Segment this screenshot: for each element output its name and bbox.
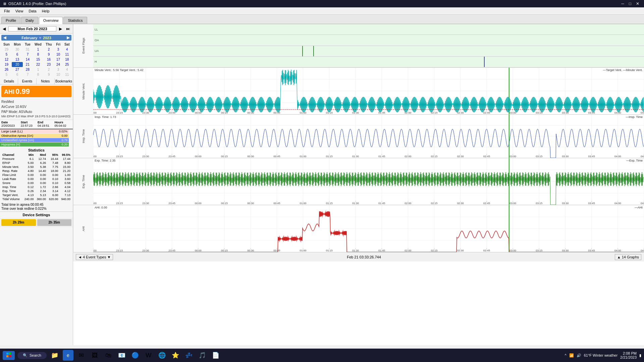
menu-help[interactable]: Help: [39, 8, 52, 14]
calendar-day[interactable]: 5: [1, 72, 12, 77]
close-button[interactable]: ✕: [634, 1, 641, 7]
calendar-day[interactable]: 11: [62, 52, 71, 57]
calendar-day[interactable]: 5: [1, 52, 12, 57]
calendar-day[interactable]: 2: [44, 67, 54, 72]
calendar-day[interactable]: 25: [62, 62, 71, 67]
calendar-day[interactable]: 10: [54, 52, 63, 57]
calendar-day[interactable]: 1: [33, 47, 44, 52]
calendar-day[interactable]: 15: [33, 57, 44, 62]
calendar-day[interactable]: 13: [12, 57, 23, 62]
show-desktop-button[interactable]: ▮: [639, 353, 641, 358]
sidebar-tab-details[interactable]: Details: [0, 78, 18, 84]
sidebar-tab-notes[interactable]: Notes: [37, 78, 55, 84]
calendar-day[interactable]: 29: [1, 47, 12, 52]
taskbar-icon-edge[interactable]: e: [63, 350, 73, 361]
calendar-day[interactable]: 2: [44, 47, 54, 52]
tab-daily[interactable]: Daily: [21, 17, 38, 24]
clock-date: 2/21/2023: [620, 355, 637, 359]
cal-header-mon: Mon: [12, 42, 23, 47]
graphs-control[interactable]: ▲ 14 Graphs: [615, 254, 641, 260]
calendar-day[interactable]: 14: [23, 57, 32, 62]
calendar-day[interactable]: 9: [44, 52, 54, 57]
tab-overview[interactable]: Overview: [39, 17, 63, 24]
calendar-day[interactable]: 24: [54, 62, 63, 67]
calendar-day[interactable]: 26: [1, 67, 12, 72]
calendar-day[interactable]: 17: [54, 57, 63, 62]
stats-value: 6.1: [22, 157, 35, 161]
sidebar-tab-bookmarks[interactable]: Bookmarks: [55, 78, 73, 84]
event-types-control[interactable]: ◄ 4 Event Types ▼: [76, 254, 113, 260]
start-button[interactable]: [3, 351, 15, 360]
taskbar-icon-explorer[interactable]: 📁: [49, 350, 60, 361]
tab-statistics[interactable]: Statistics: [63, 17, 87, 24]
restore-button[interactable]: □: [627, 1, 633, 7]
taskbar-icon-mail[interactable]: ✉: [76, 350, 87, 361]
taskbar-icon-edge2[interactable]: 🌐: [157, 350, 167, 361]
cal-next-button[interactable]: ▶: [67, 36, 69, 40]
taskbar-icon-pdf[interactable]: 📄: [210, 350, 221, 361]
menu-view[interactable]: View: [13, 8, 26, 14]
stats-channel: Leak Rate: [1, 177, 22, 181]
ahi-chart-content: AHI: 0.00 —AHI: [93, 205, 644, 252]
calendar-day[interactable]: 18: [62, 57, 71, 62]
calendar-day[interactable]: 9: [44, 72, 54, 77]
calendar-day[interactable]: 6: [12, 52, 23, 57]
taskbar-icon-gal[interactable]: ⭐: [170, 350, 181, 361]
taskbar-icon-photos[interactable]: 🖼: [90, 350, 100, 361]
event-value: 0.00: [52, 133, 69, 138]
calendar-day[interactable]: 4: [62, 47, 71, 52]
calendar-day[interactable]: 31: [23, 47, 32, 52]
calendar-day[interactable]: 20: [12, 62, 23, 67]
calendar-day[interactable]: 11: [62, 72, 71, 77]
svg-rect-5: [6, 355, 8, 357]
stats-value: 3.60: [59, 177, 71, 181]
calendar-day[interactable]: 7: [23, 52, 32, 57]
calendar-day[interactable]: 22: [33, 62, 44, 67]
calendar-day[interactable]: 3: [54, 47, 63, 52]
stats-channel: Pressure: [1, 157, 22, 161]
taskbar-icon-word[interactable]: W: [143, 350, 154, 361]
calendar-day[interactable]: 4: [62, 67, 71, 72]
stats-value: 240.00: [22, 197, 35, 201]
stats-value: 0.26: [22, 189, 35, 193]
taskbar-icon-chrome[interactable]: 🔵: [130, 350, 141, 361]
nav-forward-button[interactable]: ▶: [58, 26, 63, 32]
calendar-day[interactable]: 21: [23, 62, 32, 67]
taskbar-icon-store[interactable]: 🛍: [103, 350, 114, 361]
menu-file[interactable]: File: [1, 8, 13, 14]
menu-data[interactable]: Data: [26, 8, 39, 14]
volume-icon: 🔊: [577, 353, 581, 358]
nav-end-button[interactable]: ⏭: [65, 26, 71, 32]
nav-back-button[interactable]: ◀: [1, 26, 7, 32]
taskbar-icon-outlook[interactable]: 📧: [116, 350, 127, 361]
calendar-day[interactable]: 8: [33, 72, 44, 77]
stats-value: 360.00: [35, 197, 47, 201]
calendar-day[interactable]: 27: [12, 67, 23, 72]
calendar-day[interactable]: 3: [54, 67, 63, 72]
minimize-button[interactable]: ─: [619, 1, 626, 7]
stats-value: 0.00: [22, 173, 35, 177]
calendar-day[interactable]: 8: [33, 52, 44, 57]
calendar-day[interactable]: 12: [1, 57, 12, 62]
calendar-day[interactable]: 1: [33, 67, 44, 72]
taskbar-chevron[interactable]: ^: [565, 353, 567, 357]
bottom-center: Feb 21 03:33:26.744: [347, 255, 381, 259]
cal-prev-button[interactable]: ◀: [3, 36, 6, 40]
calendar-day[interactable]: 10: [54, 72, 63, 77]
calendar-day[interactable]: 6: [12, 72, 23, 77]
calendar-day[interactable]: 7: [23, 72, 32, 77]
taskbar-icon-spotify[interactable]: 🎵: [197, 350, 208, 361]
calendar-day[interactable]: 23: [44, 62, 54, 67]
tab-profile[interactable]: Profile: [1, 17, 20, 24]
calendar-day[interactable]: 30: [12, 47, 23, 52]
calendar-day[interactable]: 28: [23, 67, 32, 72]
calendar-header: ◀ February ▼ 2023 ▶: [1, 35, 71, 41]
device-model: AirCurve 10 ASV: [1, 104, 71, 109]
sidebar-tab-events[interactable]: Events: [18, 78, 36, 84]
taskbar-icon-oscar[interactable]: 💤: [183, 350, 194, 361]
window-controls[interactable]: ─ □ ✕: [619, 1, 641, 7]
taskbar-search[interactable]: 🔍 Search: [17, 352, 47, 359]
calendar-day[interactable]: 19: [1, 62, 12, 67]
minute-vent-chart: [93, 68, 644, 114]
calendar-day[interactable]: 16: [44, 57, 54, 62]
